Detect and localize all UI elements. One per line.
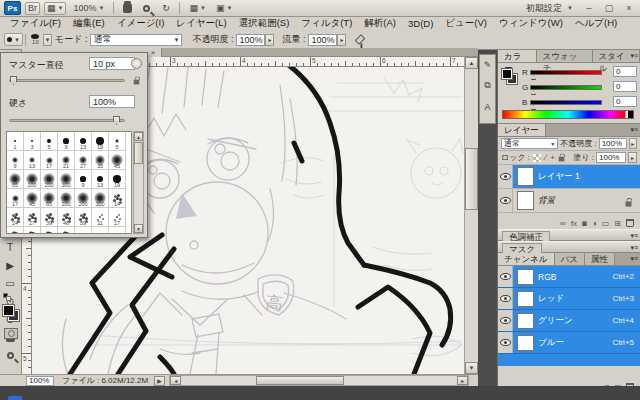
clone-source-icon[interactable]: ⧉: [481, 79, 494, 92]
menu-item[interactable]: イメージ(I): [111, 17, 171, 30]
slider-track[interactable]: [530, 85, 602, 90]
channel-value-input[interactable]: 0: [613, 81, 637, 92]
menu-item[interactable]: 編集(E): [67, 17, 111, 30]
fill-input[interactable]: 100%: [596, 152, 626, 163]
brush-preset[interactable]: 36: [24, 227, 41, 234]
tab-channels[interactable]: チャンネル: [498, 253, 555, 265]
tab-close-icon[interactable]: ×: [148, 47, 158, 57]
brush-preset[interactable]: 60: [58, 227, 75, 234]
menu-item[interactable]: ヘルプ(H): [569, 17, 623, 30]
slider-track[interactable]: [530, 70, 602, 75]
scroll-left-icon[interactable]: ◄: [170, 376, 181, 385]
brush-preset[interactable]: 100: [24, 170, 41, 189]
slider-track[interactable]: [530, 100, 602, 105]
brush-preset-picker[interactable]: 10: [28, 33, 43, 46]
brush-preset[interactable]: 21: [58, 151, 75, 170]
scroll-down-icon[interactable]: ▼: [465, 362, 478, 374]
brush-preset[interactable]: 23: [7, 227, 24, 234]
layer-style-icon[interactable]: fx: [571, 219, 577, 228]
brush-preset[interactable]: 200: [41, 170, 58, 189]
brush-preset[interactable]: 27: [24, 208, 41, 227]
layer-row[interactable]: レイヤー 1: [498, 165, 640, 189]
brush-preset[interactable]: 65: [7, 170, 24, 189]
blend-mode-dropdown[interactable]: 通常▼: [90, 34, 182, 46]
zoom-tool-button[interactable]: [139, 2, 154, 15]
brush-preset[interactable]: 100: [58, 189, 75, 208]
master-diameter-input[interactable]: 10 px: [89, 57, 135, 70]
character-panel-icon[interactable]: A: [481, 100, 494, 113]
panel-menu-icon[interactable]: ▾≡: [630, 52, 638, 60]
fill-stepper[interactable]: ▸: [628, 152, 637, 163]
foreground-color-swatch[interactable]: [3, 305, 14, 316]
brush-tool-preset[interactable]: ▼: [4, 33, 23, 46]
color-spectrum-ramp[interactable]: [502, 110, 634, 119]
brush-preset[interactable]: 45: [109, 151, 126, 170]
brush-preset[interactable]: 9: [58, 132, 75, 151]
new-preset-button[interactable]: [131, 58, 142, 69]
channel-value-input[interactable]: 0: [613, 66, 637, 77]
status-flyout-button[interactable]: ▶: [154, 376, 165, 386]
link-layers-icon[interactable]: ∞: [560, 219, 566, 228]
channel-name[interactable]: グリーン: [538, 315, 573, 327]
menu-item[interactable]: フィルタ(T): [295, 17, 358, 30]
new-layer-icon[interactable]: ⊞: [614, 219, 621, 228]
close-button[interactable]: ×: [622, 2, 636, 14]
brush-grid-scrollbar[interactable]: ▲ ▼: [133, 131, 144, 234]
masks-panel-collapsed[interactable]: マスク▾≡: [498, 241, 640, 253]
visibility-toggle[interactable]: [498, 189, 513, 212]
opacity-stepper[interactable]: ▸: [265, 34, 274, 46]
panel-menu-icon[interactable]: ▾≡: [630, 244, 638, 252]
hand-tool-button[interactable]: [120, 2, 135, 15]
foreground-color-swatch[interactable]: [502, 69, 512, 79]
zoom-tool[interactable]: [0, 346, 20, 364]
visibility-toggle[interactable]: [498, 165, 513, 188]
lock-icon[interactable]: [134, 80, 140, 85]
brush-preset[interactable]: 46: [58, 208, 75, 227]
channel-thumbnail[interactable]: [517, 269, 534, 285]
delete-layer-icon[interactable]: [626, 219, 634, 227]
menu-item[interactable]: 3D(D): [402, 18, 439, 29]
brush-preset[interactable]: 13: [24, 151, 41, 170]
brush-grid-thumb[interactable]: [134, 142, 143, 164]
flow-input[interactable]: 100%: [308, 34, 337, 46]
channel-name[interactable]: レッド: [538, 293, 564, 305]
layer-name[interactable]: 背景: [538, 195, 555, 207]
panel-menu-icon[interactable]: ▾≡: [630, 232, 638, 240]
tab-color[interactable]: カラー: [498, 50, 537, 62]
scroll-down-icon[interactable]: ▼: [134, 224, 143, 233]
foreground-background-swatches[interactable]: [3, 305, 19, 321]
channel-thumbnail[interactable]: [517, 291, 534, 307]
brush-preset[interactable]: 17: [7, 189, 24, 208]
channel-thumbnail[interactable]: [517, 313, 534, 329]
brush-preset[interactable]: 24: [7, 208, 24, 227]
opacity-input[interactable]: 100%: [236, 34, 265, 46]
horizontal-scroll-thumb[interactable]: [256, 376, 344, 385]
scroll-up-icon[interactable]: ▲: [134, 132, 143, 141]
brush-preset[interactable]: 13: [75, 132, 92, 151]
brush-preset[interactable]: 11: [92, 208, 109, 227]
restore-button[interactable]: ▢: [602, 2, 616, 14]
screen-mode-button[interactable]: ▣▼: [213, 2, 235, 15]
path-selection-tool[interactable]: ▶: [0, 256, 20, 274]
airbrush-toggle[interactable]: [352, 33, 367, 46]
brush-preset[interactable]: 1: [7, 132, 24, 151]
visibility-toggle[interactable]: [498, 266, 513, 287]
visibility-toggle[interactable]: [498, 332, 513, 353]
brush-preset[interactable]: 14: [75, 227, 92, 234]
zoom-level-dropdown[interactable]: 100%▼: [70, 2, 107, 15]
menu-item[interactable]: 選択範囲(S): [233, 17, 296, 30]
shape-tool[interactable]: ▭: [0, 274, 20, 292]
channel-name[interactable]: RGB: [538, 272, 556, 282]
lock-transparency-icon[interactable]: [533, 154, 541, 162]
lock-move-icon[interactable]: +: [550, 153, 555, 162]
layer-name[interactable]: レイヤー 1: [538, 171, 580, 183]
bridge-button[interactable]: Br: [25, 2, 40, 15]
tab-paths[interactable]: パス: [555, 253, 585, 265]
hardness-input[interactable]: 100%: [89, 95, 135, 108]
quick-mask-button[interactable]: [4, 328, 18, 339]
channel-name[interactable]: ブルー: [538, 337, 564, 349]
layer-thumbnail[interactable]: [517, 191, 534, 210]
brush-preset[interactable]: 45: [24, 189, 41, 208]
channel-row[interactable]: RGBCtrl+2: [498, 266, 640, 288]
type-tool[interactable]: T: [0, 238, 20, 256]
